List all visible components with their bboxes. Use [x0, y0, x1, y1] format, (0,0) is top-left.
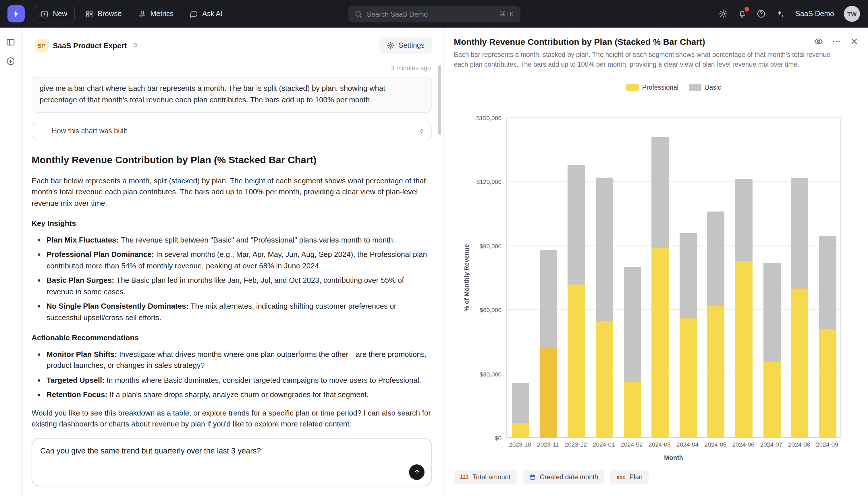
user-avatar[interactable]: TW: [844, 6, 860, 22]
how-chart-built-toggle[interactable]: How this chart was built: [32, 122, 432, 141]
agent-selector[interactable]: SP SaaS Product Expert: [32, 36, 142, 55]
assistant-response: Monthly Revenue Contribution by Plan (% …: [32, 141, 432, 438]
metric-123-icon: 123: [460, 474, 469, 480]
topnav-ask-ai[interactable]: Ask AI: [184, 6, 228, 21]
bullet-item: Plan Mix Fluctuates: The revenue split b…: [47, 234, 432, 246]
bar-2024-02-basic[interactable]: [624, 267, 641, 383]
bar-2024-09-professional[interactable]: [819, 329, 836, 438]
gridline: [507, 117, 840, 118]
grid-icon: [85, 10, 94, 18]
chat-input-box[interactable]: [32, 438, 432, 486]
bar-2024-02-professional[interactable]: [624, 383, 641, 438]
bar-2023-12-professional[interactable]: [568, 284, 585, 438]
legend-item-professional[interactable]: Professional: [626, 84, 679, 91]
topnav-metrics[interactable]: Metrics: [132, 6, 179, 21]
x-tick-label: 2024-01: [593, 441, 615, 448]
top-bar: NewBrowseMetricsAsk AI Search SaaS Demo …: [0, 0, 868, 28]
chart-title: Monthly Revenue Contribution by Plan (St…: [454, 37, 705, 47]
send-button[interactable]: [409, 464, 424, 480]
bar-2024-08-professional[interactable]: [791, 289, 808, 438]
close-icon[interactable]: [850, 37, 859, 46]
bar-2024-08-basic[interactable]: [791, 177, 808, 289]
x-tick-label: 2023-12: [565, 441, 587, 448]
legend-label: Professional: [642, 84, 679, 91]
bar-2024-01-professional[interactable]: [596, 321, 613, 438]
bar-2024-06-basic[interactable]: [735, 179, 753, 261]
x-tick-label: 2024-04: [676, 441, 698, 448]
topbar-bell-button[interactable]: [737, 9, 746, 18]
agent-badge: SP: [35, 39, 48, 52]
lightning-bolt-icon: [12, 9, 21, 18]
bar-2024-09-basic[interactable]: [819, 236, 836, 329]
bar-2023-11-basic[interactable]: [540, 250, 557, 348]
left-rail: [0, 28, 22, 496]
search-shortcut: ⌘+K: [499, 10, 514, 18]
response-title: Monthly Revenue Contribution by Plan (% …: [32, 153, 432, 168]
chat-panel: SP SaaS Product Expert Settings 3 minute…: [22, 28, 443, 496]
chart-actions: [814, 37, 859, 46]
topnav-label: Metrics: [150, 10, 174, 18]
topbar-sparkles-button[interactable]: [775, 9, 784, 18]
topnav-label: Ask AI: [202, 10, 223, 18]
settings-button[interactable]: Settings: [379, 37, 432, 54]
bar-2024-04-professional[interactable]: [679, 319, 697, 438]
bullet-item: Monitor Plan Shifts: Investigate what dr…: [47, 349, 432, 371]
agent-name: SaaS Product Expert: [53, 41, 127, 50]
bar-2024-06-professional[interactable]: [735, 261, 753, 438]
chart-subtitle: Each bar represents a month, stacked by …: [454, 50, 832, 69]
bar-2024-07-basic[interactable]: [763, 263, 781, 362]
legend-label: Basic: [705, 84, 721, 91]
bar-2024-03-professional[interactable]: [652, 248, 669, 438]
topnav-browse[interactable]: Browse: [79, 6, 127, 21]
workspace-name[interactable]: SaaS Demo: [795, 10, 834, 18]
bar-2023-11-professional[interactable]: [540, 348, 557, 438]
chevrons-updown-icon: [132, 42, 139, 49]
bullet-item: Targeted Upsell: In months where Basic d…: [47, 375, 432, 386]
y-axis-ticks: $0$30,000$60,000$90,000$120,000$150,000: [444, 118, 501, 438]
topbar-gear-button[interactable]: [718, 9, 727, 18]
field-pill-created-date-month[interactable]: Created date month: [523, 470, 604, 484]
eye-icon[interactable]: [814, 37, 823, 46]
bullet-item: Basic Plan Surges: The Basic plan led in…: [47, 275, 432, 297]
arrow-up-icon: [413, 469, 420, 476]
x-tick-label: 2023-10: [509, 441, 531, 448]
bar-2023-10-professional[interactable]: [512, 423, 529, 438]
message-timestamp: 3 minutes ago: [33, 64, 431, 71]
chart-built-steps-icon: [38, 127, 47, 135]
scrollbar-thumb[interactable]: [438, 65, 441, 135]
more-menu-icon[interactable]: [832, 37, 841, 46]
y-tick-label: $120,000: [444, 179, 501, 185]
plus-square-icon: [40, 10, 49, 18]
field-pill-label: Plan: [629, 474, 643, 480]
field-pill-plan[interactable]: abcPlan: [610, 470, 649, 484]
topbar-right: SaaS Demo TW: [718, 6, 868, 22]
bar-2023-10-basic[interactable]: [512, 384, 529, 423]
section-heading-key-insights: Key Insights: [32, 218, 432, 229]
global-search-input[interactable]: Search SaaS Demo ⌘+K: [348, 6, 520, 22]
settings-label: Settings: [399, 41, 424, 49]
app-logo[interactable]: [7, 5, 25, 22]
bar-2024-03-basic[interactable]: [652, 137, 669, 248]
field-pill-total-amount[interactable]: 123Total amount: [454, 470, 517, 484]
x-tick-label: 2024-09: [816, 441, 838, 448]
legend-swatch: [626, 84, 639, 91]
search-placeholder: Search SaaS Demo: [367, 10, 428, 18]
y-tick-label: $60,000: [444, 306, 501, 313]
user-message: give me a bar chart where Each bar repre…: [32, 76, 432, 113]
new-thread-plus-icon[interactable]: [6, 56, 16, 66]
chat-input-field[interactable]: [40, 446, 406, 477]
bar-2024-04-basic[interactable]: [679, 233, 697, 319]
dimension-abc-icon: abc: [617, 474, 626, 480]
bar-2024-05-basic[interactable]: [707, 212, 725, 306]
bar-2024-05-professional[interactable]: [707, 306, 725, 438]
bar-2024-07-professional[interactable]: [763, 362, 781, 438]
legend-item-basic[interactable]: Basic: [689, 84, 721, 91]
bar-2024-01-basic[interactable]: [596, 177, 613, 321]
sidebar-toggle-icon[interactable]: [6, 37, 16, 47]
field-pill-label: Total amount: [473, 474, 511, 480]
topnav-new[interactable]: New: [33, 5, 75, 22]
bar-2023-12-basic[interactable]: [568, 165, 585, 284]
gridline: [507, 245, 840, 246]
topbar-action-icons: [718, 9, 784, 18]
topbar-help-button[interactable]: [756, 9, 766, 18]
